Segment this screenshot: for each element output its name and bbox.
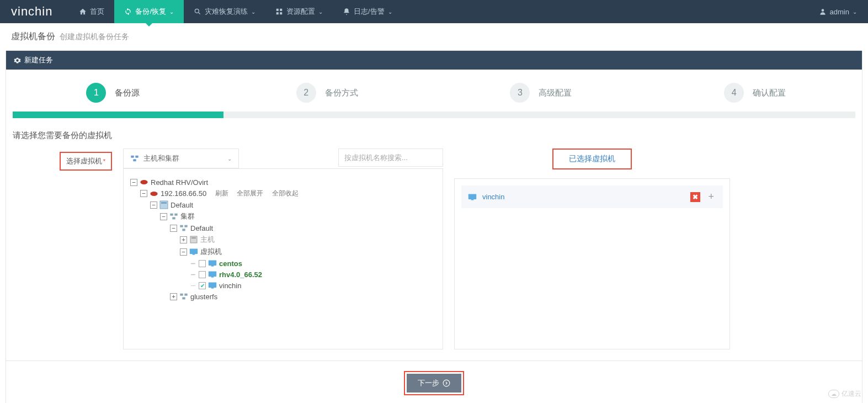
search-input[interactable]	[338, 149, 443, 167]
tree-vms[interactable]: − 虚拟机	[130, 246, 436, 258]
step-2[interactable]: 2 备份方式	[220, 83, 434, 103]
svg-rect-33	[471, 199, 474, 200]
checkbox[interactable]	[199, 260, 206, 267]
user-menu[interactable]: admin ⌄	[808, 0, 868, 23]
cluster-icon	[130, 155, 139, 162]
collapse-icon[interactable]: −	[180, 248, 187, 256]
nav-home[interactable]: 首页	[69, 0, 114, 23]
home-icon	[79, 8, 87, 15]
nav-log[interactable]: 日志/告警 ⌄	[333, 0, 402, 23]
main-panel: 新建任务 1 备份源 2 备份方式 3 高级配置 4 确认配置	[6, 50, 862, 403]
footer: 下一步	[6, 360, 862, 403]
tree-hosts[interactable]: + 主机	[130, 234, 436, 246]
wizard-steps: 1 备份源 2 备份方式 3 高级配置 4 确认配置	[6, 70, 862, 108]
step-3[interactable]: 3 高级配置	[434, 83, 648, 103]
svg-rect-22	[193, 254, 195, 255]
expand-icon[interactable]: +	[180, 236, 187, 243]
step-4-label: 确认配置	[753, 88, 786, 98]
nav-home-label: 首页	[90, 7, 104, 17]
tree-cluster-default[interactable]: − Default	[130, 222, 436, 234]
remove-button[interactable]: ✖	[690, 192, 700, 202]
tree-refresh[interactable]: 刷新	[215, 189, 228, 197]
svg-rect-12	[161, 202, 167, 204]
svg-rect-2	[280, 9, 282, 11]
nav-backup[interactable]: 备份/恢复 ⌄	[114, 0, 184, 23]
panel-header: 新建任务	[6, 51, 862, 70]
svg-rect-8	[133, 159, 136, 161]
watermark: ☁ 亿速云	[828, 389, 861, 399]
step-1-label: 备份源	[115, 88, 140, 98]
checkbox-checked[interactable]: ✔	[199, 282, 206, 289]
tree-vm-rhv[interactable]: ┄ rhv4.0_66.52	[130, 269, 436, 280]
tree-collapse-all[interactable]: 全部收起	[272, 189, 299, 197]
arrow-right-icon	[443, 379, 450, 387]
user-icon	[819, 8, 827, 15]
selected-list: vinchin ✖ +	[454, 178, 730, 349]
tree-root[interactable]: − Redhat RHV/Ovirt	[130, 177, 436, 188]
svg-rect-7	[135, 156, 138, 158]
svg-rect-6	[131, 156, 134, 158]
svg-rect-18	[182, 229, 185, 231]
checkbox[interactable]	[199, 271, 206, 278]
nav-backup-label: 备份/恢复	[135, 7, 166, 17]
datacenter-icon	[159, 200, 168, 209]
svg-rect-32	[468, 194, 476, 199]
svg-rect-4	[280, 12, 282, 14]
svg-rect-15	[172, 217, 175, 219]
svg-rect-27	[209, 282, 216, 288]
vm-icon	[468, 193, 477, 202]
tree-vm-vinchin[interactable]: ┄ ✔ vinchin	[130, 280, 436, 291]
collapse-icon[interactable]: −	[160, 213, 167, 220]
step-1-num: 1	[86, 83, 106, 103]
view-dropdown[interactable]: 主机和集群 ⌄	[124, 149, 238, 168]
next-button[interactable]: 下一步	[407, 374, 461, 393]
gear-icon	[14, 57, 21, 64]
breadcrumb: 虚拟机备份 创建虚拟机备份任务	[0, 23, 868, 50]
page-subtitle: 创建虚拟机备份任务	[60, 32, 129, 41]
add-button[interactable]: +	[706, 191, 716, 203]
nav-disaster-label: 灾难恢复演练	[205, 7, 248, 17]
svg-point-5	[821, 9, 824, 12]
top-nav: vinchin 首页 备份/恢复 ⌄ 灾难恢复演练 ⌄ 资源配置 ⌄ 日志/告警…	[0, 0, 868, 23]
tree-glusterfs[interactable]: + glusterfs	[130, 291, 436, 302]
selected-title: 已选择虚拟机	[552, 149, 632, 169]
user-name: admin	[830, 8, 849, 16]
redhat-icon	[140, 178, 148, 187]
vm-icon	[208, 270, 217, 279]
progress-bar	[13, 112, 855, 118]
tree-expand-all[interactable]: 全部展开	[237, 189, 263, 197]
collapse-icon[interactable]: −	[170, 225, 177, 232]
svg-point-9	[140, 180, 147, 184]
svg-point-0	[195, 9, 199, 13]
step-3-num: 3	[510, 83, 530, 103]
tree-cluster-group[interactable]: − 集群	[130, 210, 436, 222]
svg-rect-31	[182, 297, 185, 299]
vm-icon	[208, 281, 217, 290]
cluster-icon	[169, 212, 178, 221]
tree-vm-centos[interactable]: ┄ centos	[130, 258, 436, 269]
tree-host[interactable]: − 192.168.66.50 刷新 全部展开 全部收起	[130, 188, 436, 199]
dropdown-label: 主机和集群	[143, 153, 179, 163]
step-4[interactable]: 4 确认配置	[648, 83, 862, 103]
expand-icon[interactable]: +	[170, 293, 177, 300]
logo: vinchin	[0, 0, 69, 23]
svg-rect-28	[211, 288, 214, 289]
step-1[interactable]: 1 备份源	[6, 83, 220, 103]
host-icon	[189, 235, 198, 244]
section-title: 请选择您需要备份的虚拟机	[6, 118, 862, 149]
svg-rect-1	[276, 9, 279, 11]
nav-disaster[interactable]: 灾难恢复演练 ⌄	[184, 0, 265, 23]
chevron-down-icon: ⌄	[318, 9, 323, 15]
collapse-icon[interactable]: −	[130, 179, 137, 186]
nav-resource[interactable]: 资源配置 ⌄	[265, 0, 333, 23]
svg-point-34	[443, 380, 450, 386]
step-3-label: 高级配置	[539, 88, 572, 98]
collapse-icon[interactable]: −	[140, 190, 147, 197]
step-4-num: 4	[724, 83, 744, 103]
grid-icon	[275, 8, 283, 15]
nav-log-label: 日志/告警	[354, 7, 385, 17]
collapse-icon[interactable]: −	[150, 202, 157, 209]
magnify-icon	[194, 8, 201, 15]
tree-datacenter[interactable]: − Default	[130, 199, 436, 210]
cloud-icon: ☁	[828, 390, 839, 398]
